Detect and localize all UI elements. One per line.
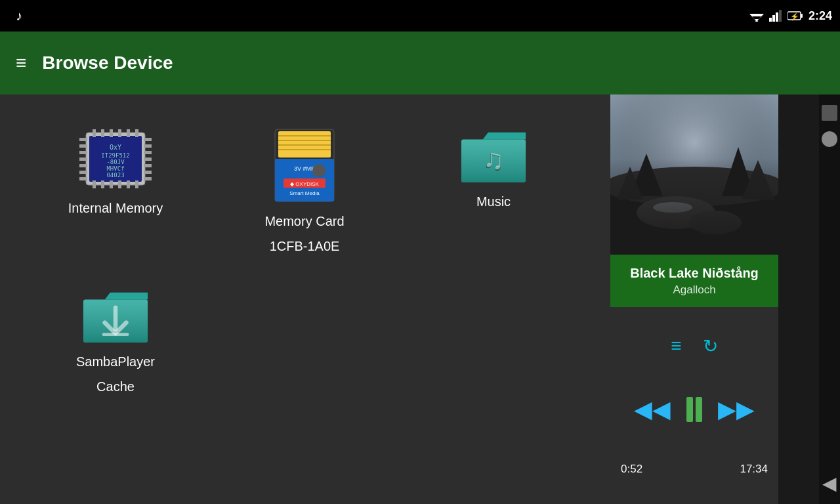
song-artist: Agalloch — [616, 284, 773, 297]
file-item-samba-cache[interactable]: SambaPlayer Cache — [21, 270, 210, 411]
wifi-icon — [749, 10, 764, 22]
svg-rect-16 — [79, 158, 87, 161]
svg-text:◆ OXYDISK: ◆ OXYDISK — [290, 181, 319, 187]
svg-marker-70 — [630, 154, 663, 196]
pause-bar-left — [686, 397, 693, 422]
total-time: 17:34 — [740, 463, 768, 476]
svg-rect-17 — [79, 164, 87, 167]
music-folder-icon: ♫ ♫ — [454, 126, 533, 185]
svg-rect-21 — [144, 144, 152, 148]
svg-rect-5 — [772, 15, 775, 22]
svg-rect-18 — [79, 171, 87, 174]
svg-rect-66 — [610, 186, 778, 255]
current-time: 0:52 — [621, 463, 642, 476]
svg-point-74 — [653, 202, 692, 213]
svg-marker-73 — [742, 160, 774, 200]
svg-text:⚡: ⚡ — [790, 12, 799, 21]
time-row: 0:52 17:34 — [616, 463, 773, 476]
playback-controls: ≡ ↻ ◀◀ ▶▶ 0:52 17:34 — [610, 307, 778, 504]
svg-text:OxY: OxY — [110, 144, 121, 151]
svg-rect-7 — [779, 10, 782, 22]
song-title: Black Lake Niðstång — [616, 265, 773, 281]
back-button[interactable]: ◀ — [822, 472, 837, 494]
svg-point-52 — [312, 164, 326, 177]
svg-rect-37 — [127, 180, 130, 188]
svg-rect-13 — [79, 138, 87, 141]
file-item-label-memory-card-line1: Memory Card — [264, 213, 344, 230]
battery-icon: ⚡ — [788, 10, 803, 21]
playlist-button[interactable]: ≡ — [671, 335, 681, 356]
scroll-top-button[interactable] — [822, 105, 837, 121]
svg-rect-65 — [610, 94, 778, 255]
svg-text:3V #MB: 3V #MB — [294, 165, 315, 172]
svg-rect-32 — [135, 129, 138, 137]
status-bar: ♪ ⚡ 2:24 — [0, 0, 840, 32]
file-item-label-samba-line1: SambaPlayer — [76, 353, 155, 370]
svg-point-68 — [637, 196, 715, 229]
file-item-music[interactable]: ♫ ♫ Music — [399, 110, 588, 270]
svg-rect-35 — [110, 180, 113, 188]
controls-top-row: ≡ ↻ — [671, 335, 717, 357]
svg-text:Smart Media: Smart Media — [289, 190, 320, 196]
svg-rect-36 — [118, 180, 121, 188]
svg-rect-20 — [144, 138, 152, 141]
svg-rect-15 — [79, 151, 87, 154]
repeat-button[interactable]: ↻ — [703, 335, 718, 357]
svg-rect-27 — [93, 129, 96, 137]
file-item-label-memory-card-line2: 1CFB-1A0E — [270, 238, 340, 255]
song-info: Black Lake Niðstång Agalloch — [610, 255, 778, 307]
svg-rect-14 — [79, 144, 87, 148]
svg-text:IT29F512: IT29F512 — [101, 152, 129, 159]
svg-point-67 — [610, 167, 778, 206]
file-item-label-samba-line2: Cache — [96, 378, 135, 395]
svg-text:MHVCf: MHVCf — [106, 165, 124, 172]
chip-icon: OxY IT29F512 -80JV MHVCf 04023 — [76, 126, 155, 192]
svg-rect-19 — [79, 177, 87, 180]
file-item-label-music: Music — [476, 193, 511, 210]
svg-rect-34 — [101, 180, 104, 188]
status-time: 2:24 — [808, 9, 832, 23]
album-art — [610, 94, 778, 255]
svg-text:-80JV: -80JV — [106, 159, 125, 165]
pause-button[interactable] — [686, 397, 702, 422]
controls-main-row: ◀◀ ▶▶ — [634, 397, 755, 422]
rewind-button[interactable]: ◀◀ — [634, 398, 671, 421]
file-browser: OxY IT29F512 -80JV MHVCf 04023 Internal … — [0, 94, 610, 504]
svg-rect-23 — [144, 158, 152, 161]
music-note-status-icon: ♪ — [16, 9, 22, 24]
svg-point-69 — [689, 211, 742, 234]
svg-rect-31 — [127, 129, 130, 137]
scroll-thumb[interactable] — [822, 131, 837, 147]
page-title: Browse Device — [42, 52, 173, 74]
svg-text:♫: ♫ — [483, 144, 504, 175]
svg-rect-38 — [135, 180, 138, 188]
svg-rect-22 — [144, 151, 152, 154]
forward-button[interactable]: ▶▶ — [718, 398, 755, 421]
svg-rect-26 — [144, 177, 152, 180]
file-item-label-internal-memory: Internal Memory — [68, 200, 163, 217]
scrollbar: ◀ — [819, 94, 840, 504]
svg-text:04023: 04023 — [106, 172, 124, 178]
svg-rect-28 — [101, 129, 104, 137]
samba-folder-icon — [76, 286, 155, 345]
file-item-internal-memory[interactable]: OxY IT29F512 -80JV MHVCf 04023 Internal … — [21, 110, 210, 270]
svg-rect-33 — [93, 180, 96, 188]
svg-rect-25 — [144, 171, 152, 174]
signal-icon — [769, 10, 782, 22]
file-item-memory-card[interactable]: 3V #MB ◆ OXYDISK Smart Media Memory Card… — [210, 110, 399, 270]
player-panel: Black Lake Niðstång Agalloch ≡ ↻ ◀◀ ▶▶ 0… — [610, 94, 778, 504]
memcard-icon: 3V #MB ◆ OXYDISK Smart Media — [272, 126, 337, 205]
svg-marker-72 — [617, 167, 643, 200]
app-bar: ≡ Browse Device — [0, 32, 840, 94]
svg-rect-24 — [144, 164, 152, 167]
svg-rect-4 — [769, 18, 772, 22]
svg-rect-9 — [801, 14, 803, 18]
menu-button[interactable]: ≡ — [16, 54, 26, 72]
svg-rect-6 — [776, 12, 778, 22]
svg-rect-29 — [110, 129, 113, 137]
svg-rect-30 — [118, 129, 121, 137]
pause-bar-right — [696, 397, 702, 422]
